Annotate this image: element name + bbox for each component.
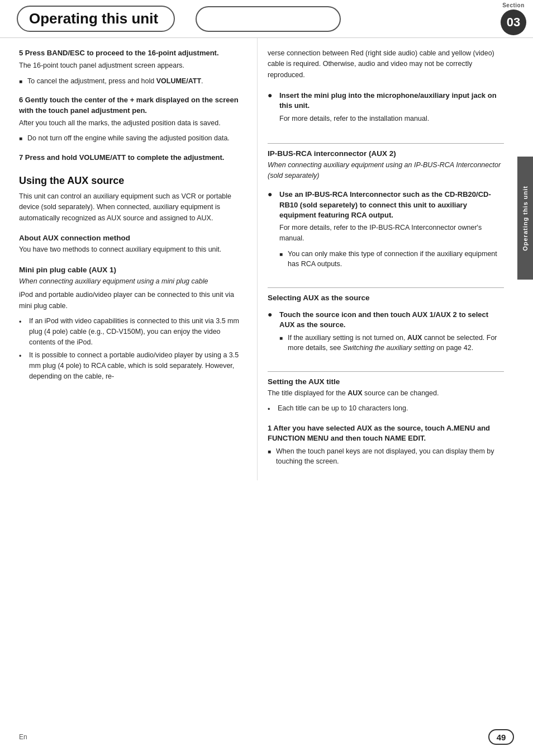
step5-body: The 16-point touch panel adjustment scre…	[19, 60, 247, 71]
ip-bus-italic: When connecting auxiliary equipment usin…	[268, 160, 504, 181]
right-column: verse connection between Red (right side…	[257, 38, 514, 480]
left-column: 5 Press BAND/ESC to proceed to the 16-po…	[0, 38, 257, 480]
setting-aux-title-section: Setting the AUX title The title displaye…	[268, 377, 504, 415]
selecting-aux-heading: Selecting AUX as the source	[268, 294, 504, 302]
mini-pin-bullet2: • It is possible to connect a portable a…	[19, 350, 247, 381]
side-tab-text: Operating this unit	[522, 186, 529, 251]
content: 5 Press BAND/ESC to proceed to the 16-po…	[0, 38, 533, 480]
step6-heading: 6 Gently touch the center of the + mark …	[19, 95, 247, 115]
side-tab: Operating this unit	[517, 157, 533, 280]
step-6: 6 Gently touch the center of the + mark …	[19, 95, 247, 144]
insert-mini-body: For more details, refer to the installat…	[279, 114, 504, 124]
use-ip-bus-note: ■ You can only make this type of connect…	[279, 249, 504, 270]
using-aux-heading: Using the AUX source	[19, 175, 247, 187]
insert-mini-heading: Insert the mini plug into the microphone…	[279, 91, 504, 111]
step6-note: ■ Do not turn off the engine while savin…	[19, 133, 247, 144]
touch-source-note-text: If the auxiliary setting is not turned o…	[288, 333, 504, 354]
step1-heading: 1 After you have selected AUX as the sou…	[268, 423, 504, 443]
setting-aux-title-bullet-text: Each title can be up to 10 characters lo…	[278, 403, 408, 414]
bullet-sq-icon: ■	[279, 250, 285, 258]
mini-pin-italic: When connecting auxiliary equipment usin…	[19, 276, 247, 287]
touch-source-content: Touch the source icon and then touch AUX…	[279, 310, 504, 357]
divider	[268, 143, 504, 144]
touch-source-section: ● Touch the source icon and then touch A…	[268, 310, 504, 357]
about-aux-heading: About AUX connection method	[19, 234, 247, 242]
using-aux-section: Using the AUX source This unit can contr…	[19, 175, 247, 224]
mini-pin-body: iPod and portable audio/video player can…	[19, 290, 247, 311]
selecting-aux-section: Selecting AUX as the source	[268, 294, 504, 302]
divider2	[268, 287, 504, 288]
touch-source-note: ■ If the auxiliary setting is not turned…	[279, 333, 504, 354]
mini-pin-section: Mini pin plug cable (AUX 1) When connect…	[19, 266, 247, 382]
section-number: 03	[501, 10, 526, 35]
bullet-icon: ■	[19, 134, 25, 143]
step5-note-text: To cancel the adjustment, press and hold…	[27, 76, 203, 87]
bullet-icon: ■	[19, 77, 25, 86]
step6-note-text: Do not turn off the engine while saving …	[27, 133, 230, 144]
header: Operating this unit Section 03	[0, 0, 533, 38]
footer: En 49	[0, 729, 533, 745]
use-ip-bus-body: For more details, refer to the IP-BUS-RC…	[279, 223, 504, 244]
step-7: 7 Press and hold VOLUME/ATT to complete …	[19, 153, 247, 163]
use-ip-bus-section: ● Use an IP-BUS-RCA Interconnector such …	[268, 190, 504, 273]
step1-note: ■ When the touch panel keys are not disp…	[268, 446, 504, 467]
step5-note: ■ To cancel the adjustment, press and ho…	[19, 76, 247, 87]
step-1-section: 1 After you have selected AUX as the sou…	[268, 423, 504, 467]
section-badge: Section 03	[501, 2, 526, 35]
ip-bus-section: IP-BUS-RCA interconnector (AUX 2) When c…	[268, 149, 504, 181]
mini-pin-heading: Mini pin plug cable (AUX 1)	[19, 266, 247, 274]
bullet-sq-icon3: ■	[268, 447, 273, 456]
mini-pin-bullet1-text: If an iPod with video capabilities is co…	[29, 316, 247, 347]
use-ip-bus-content: Use an IP-BUS-RCA Interconnector such as…	[279, 190, 504, 273]
footer-lang: En	[19, 733, 27, 741]
insert-mini-content: Insert the mini plug into the microphone…	[279, 91, 504, 129]
about-aux-body: You have two methods to connect auxiliar…	[19, 244, 247, 255]
bullet-dot-icon2: •	[268, 404, 275, 415]
mini-pin-bullet1: • If an iPod with video capabilities is …	[19, 316, 247, 347]
oval-decoration	[196, 6, 341, 32]
section-label: Section	[502, 2, 525, 8]
step7-heading: 7 Press and hold VOLUME/ATT to complete …	[19, 153, 247, 163]
header-right: Section 03	[362, 0, 533, 37]
circle-bullet-icon2: ●	[268, 190, 277, 198]
step-5: 5 Press BAND/ESC to proceed to the 16-po…	[19, 48, 247, 86]
bullet-sq-icon2: ■	[279, 334, 285, 342]
footer-page: 49	[488, 729, 514, 745]
setting-aux-title-body: The title displayed for the AUX source c…	[268, 388, 504, 399]
header-center-oval	[186, 6, 350, 32]
setting-aux-title-heading: Setting the AUX title	[268, 377, 504, 386]
bullet-dot-icon: •	[19, 351, 27, 362]
title-box: Operating this unit	[17, 6, 175, 32]
continued-text: verse connection between Red (right side…	[268, 48, 504, 81]
page: Operating this unit Section 03 Operating…	[0, 0, 533, 756]
setting-aux-title-bullet: • Each title can be up to 10 characters …	[268, 403, 504, 415]
use-ip-bus-note-text: You can only make this type of connectio…	[288, 249, 504, 270]
using-aux-body: This unit can control an auxiliary equip…	[19, 191, 247, 224]
step1-note-text: When the touch panel keys are not displa…	[276, 446, 504, 467]
circle-bullet-icon: ●	[268, 91, 277, 99]
page-title: Operating this unit	[29, 10, 158, 27]
circle-bullet-icon3: ●	[268, 310, 277, 318]
bullet-dot-icon: •	[19, 317, 27, 328]
touch-source-heading: Touch the source icon and then touch AUX…	[279, 310, 504, 330]
divider3	[268, 371, 504, 372]
step5-heading: 5 Press BAND/ESC to proceed to the 16-po…	[19, 48, 247, 58]
about-aux-section: About AUX connection method You have two…	[19, 234, 247, 255]
mini-pin-bullet2-text: It is possible to connect a portable aud…	[29, 350, 247, 381]
insert-mini-section: ● Insert the mini plug into the micropho…	[268, 91, 504, 129]
step6-body: After you touch all the marks, the adjus…	[19, 118, 247, 129]
use-ip-bus-heading: Use an IP-BUS-RCA Interconnector such as…	[279, 190, 504, 220]
ip-bus-heading: IP-BUS-RCA interconnector (AUX 2)	[268, 149, 504, 158]
